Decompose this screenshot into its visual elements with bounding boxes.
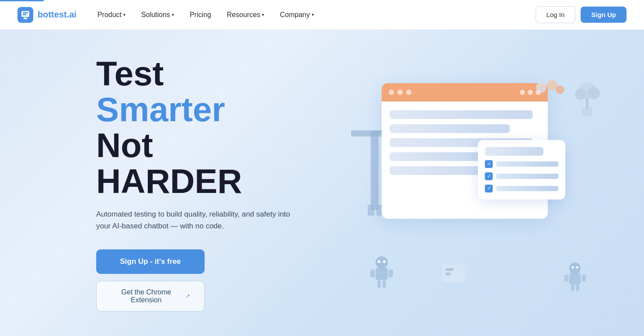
nav-item-company[interactable]: Company ▾ xyxy=(280,11,313,19)
svg-rect-2 xyxy=(23,14,26,15)
login-button[interactable]: Log In xyxy=(536,6,576,23)
nav-item-resources[interactable]: Resources ▾ xyxy=(227,11,264,19)
svg-rect-38 xyxy=(446,273,451,275)
svg-rect-5 xyxy=(371,131,379,210)
nav-item-product[interactable]: Product ▾ xyxy=(97,11,125,19)
external-link-icon: ↗ xyxy=(185,293,190,299)
product-chevron-icon: ▾ xyxy=(123,12,125,17)
resources-chevron-icon: ▾ xyxy=(262,12,264,17)
company-chevron-icon: ▾ xyxy=(312,12,314,17)
nav-link-resources[interactable]: Resources ▾ xyxy=(227,11,264,19)
svg-point-12 xyxy=(376,256,388,269)
svg-point-26 xyxy=(572,266,574,268)
svg-rect-4 xyxy=(23,18,28,19)
svg-rect-22 xyxy=(564,275,568,282)
svg-rect-37 xyxy=(446,268,453,271)
hero-section: Test Smarter Not HARDER Automated testin… xyxy=(0,30,644,336)
nav-link-company[interactable]: Company ▾ xyxy=(280,11,313,19)
solutions-chevron-icon: ▾ xyxy=(172,12,174,17)
nav-item-solutions[interactable]: Solutions ▾ xyxy=(141,11,174,19)
browser-bar xyxy=(382,83,548,102)
nav-links: Product ▾ Solutions ▾ Pricing Resources … xyxy=(97,11,314,19)
svg-rect-24 xyxy=(571,284,574,291)
svg-point-35 xyxy=(556,85,564,94)
check-line-1 xyxy=(496,161,558,167)
nav-link-solutions[interactable]: Solutions ▾ xyxy=(141,11,174,19)
svg-point-31 xyxy=(575,88,586,100)
browser-dot-r1 xyxy=(520,90,525,95)
browser-line-4 xyxy=(390,152,480,161)
hero-signup-button[interactable]: Sign Up - it's free xyxy=(96,249,205,274)
svg-point-27 xyxy=(576,266,578,268)
navbar-right: Log In Sign Up xyxy=(536,6,627,23)
svg-point-18 xyxy=(378,260,380,263)
checklist-item-2: ✓ xyxy=(485,172,558,180)
signup-button-nav[interactable]: Sign Up xyxy=(581,7,627,23)
floating-checklist-card: ✓ ✓ ✓ xyxy=(478,140,565,200)
check-icon-3: ✓ xyxy=(485,185,493,192)
navbar-left: bottest.ai Product ▾ Solutions ▾ Pricing xyxy=(17,7,314,23)
logo-link[interactable]: bottest.ai xyxy=(17,7,77,23)
svg-rect-15 xyxy=(389,270,393,277)
svg-rect-16 xyxy=(377,280,381,288)
robot-right-figure xyxy=(563,260,587,293)
navbar: bottest.ai Product ▾ Solutions ▾ Pricing xyxy=(0,0,644,30)
check-icon-1: ✓ xyxy=(485,160,493,168)
svg-rect-14 xyxy=(370,270,375,277)
hero-illustration: ✓ ✓ ✓ xyxy=(347,70,609,298)
svg-point-20 xyxy=(569,262,581,274)
checklist-item-3: ✓ xyxy=(485,185,558,192)
browser-dot-1 xyxy=(389,90,394,95)
robot-left-figure xyxy=(369,254,395,289)
svg-point-32 xyxy=(588,87,600,99)
chrome-extension-button[interactable]: Get the Chrome Extension ↗ xyxy=(96,281,205,312)
checklist-item-1: ✓ xyxy=(485,160,558,168)
nav-link-product[interactable]: Product ▾ xyxy=(97,11,125,19)
browser-dot-3 xyxy=(406,90,411,95)
hero-content: Test Smarter Not HARDER Automated testin… xyxy=(0,56,297,312)
svg-rect-25 xyxy=(576,284,579,291)
card-title-line xyxy=(485,147,543,156)
check-line-3 xyxy=(496,186,558,191)
browser-dot-2 xyxy=(397,90,403,95)
plant-decoration xyxy=(570,74,605,118)
check-line-2 xyxy=(496,174,558,179)
check-icon-2: ✓ xyxy=(485,172,493,180)
block-figure xyxy=(443,265,465,282)
nav-link-pricing[interactable]: Pricing xyxy=(190,11,211,19)
logo-text: bottest.ai xyxy=(38,10,77,20)
hero-title: Test Smarter Not HARDER xyxy=(96,56,297,200)
hero-buttons: Sign Up - it's free Get the Chrome Exten… xyxy=(96,249,297,312)
svg-rect-10 xyxy=(368,205,374,216)
browser-line-1 xyxy=(390,110,533,119)
svg-point-33 xyxy=(536,82,547,93)
top-progress-bar xyxy=(0,0,44,1)
svg-rect-21 xyxy=(569,273,581,284)
hero-subtitle: Automated testing to build quality, reli… xyxy=(96,208,297,232)
svg-point-19 xyxy=(383,260,386,263)
svg-rect-1 xyxy=(23,12,28,14)
svg-rect-13 xyxy=(376,268,388,280)
browser-dot-r2 xyxy=(528,90,533,95)
nav-item-pricing[interactable]: Pricing xyxy=(190,11,211,19)
browser-line-2 xyxy=(390,124,510,133)
logo-icon xyxy=(17,7,33,23)
svg-rect-29 xyxy=(586,96,588,108)
svg-rect-23 xyxy=(582,275,586,282)
svg-rect-17 xyxy=(383,280,386,288)
decorative-circles xyxy=(535,77,565,98)
